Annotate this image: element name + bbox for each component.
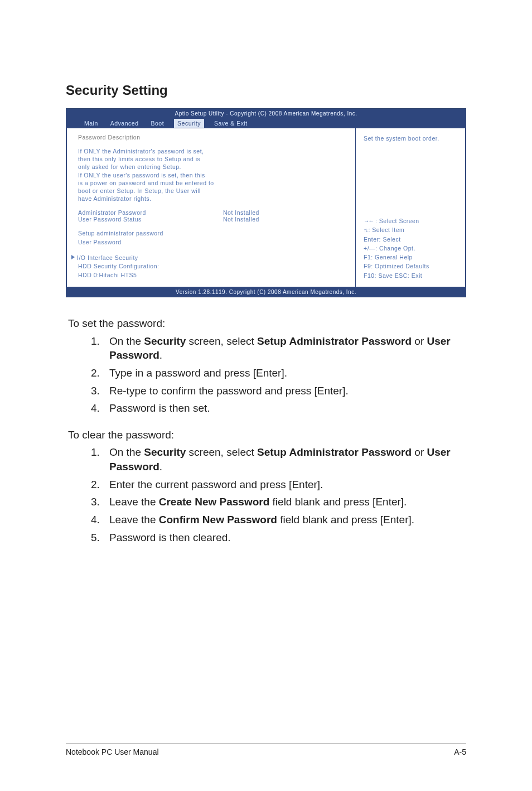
bios-tab-boot[interactable]: Boot xyxy=(148,119,166,128)
bios-description: If ONLY the Administrator's password is … xyxy=(78,147,347,202)
list-item: Leave the Create New Password field blan… xyxy=(103,495,466,509)
bios-desc-line: boot or enter Setup. In Setup, the User … xyxy=(78,187,347,195)
bios-key-help: : Select Screen: Select ItemEnter: Selec… xyxy=(364,216,460,280)
bios-tabs: MainAdvancedBootSecuritySave & Exit xyxy=(66,118,466,128)
bios-key-hint: F1: General Help xyxy=(364,253,460,262)
bios-heading: Password Description xyxy=(78,134,347,141)
bios-action-item[interactable]: User Password xyxy=(78,238,347,247)
bios-screenshot: Aptio Setup Utility - Copyright (C) 2008… xyxy=(66,108,466,297)
arrows-icon xyxy=(364,218,375,224)
bios-submenu-item: HDD Security Configuration: xyxy=(78,262,347,271)
bios-action-item[interactable]: Setup administrator password xyxy=(78,229,347,238)
updown-icon xyxy=(364,226,369,233)
bios-value: Not Installed xyxy=(223,209,259,216)
footer-right: A-5 xyxy=(454,747,466,756)
list-item: Enter the current password and press [En… xyxy=(103,478,466,492)
bios-key: Administrator Password xyxy=(78,209,223,216)
bios-key-hint: F9: Optimized Defaults xyxy=(364,262,460,271)
bios-right-pane: Set the system boot order. : Select Scre… xyxy=(355,128,466,287)
bios-footer: Version 1.28.1119. Copyright (C) 2008 Am… xyxy=(66,287,466,297)
set-password-lead: To set the password: xyxy=(68,316,466,331)
list-item: Password is then cleared. xyxy=(103,530,466,545)
footer-left: Notebook PC User Manual xyxy=(66,747,159,756)
bios-tab-advanced[interactable]: Advanced xyxy=(108,119,141,128)
bold-term: Create New Password xyxy=(159,496,270,508)
list-item: Leave the Confirm New Password field bla… xyxy=(103,513,466,527)
bios-key: User Password Status xyxy=(78,216,223,223)
bios-desc-line: have Administrator rights. xyxy=(78,195,347,202)
bios-submenu-item[interactable]: I/O Interface Security xyxy=(78,254,347,263)
document-body: To set the password: On the Security scr… xyxy=(66,316,466,544)
bios-hint: Set the system boot order. xyxy=(364,134,460,143)
list-item: On the Security screen, select Setup Adm… xyxy=(103,445,466,474)
list-item: Password is then set. xyxy=(103,401,466,416)
bold-term: Security xyxy=(144,446,186,458)
bios-desc-line: then this only limits access to Setup an… xyxy=(78,155,347,163)
bios-desc-line: only asked for when entering Setup. xyxy=(78,163,347,171)
bios-status-row: Administrator PasswordNot Installed xyxy=(78,209,347,216)
bios-key-hint: +/—: Change Opt. xyxy=(364,244,460,253)
bold-term: Confirm New Password xyxy=(159,514,277,525)
bios-key-hint: : Select Screen xyxy=(364,216,460,225)
bios-status-row: User Password StatusNot Installed xyxy=(78,216,347,223)
clear-password-steps: On the Security screen, select Setup Adm… xyxy=(66,445,466,544)
list-item: On the Security screen, select Setup Adm… xyxy=(103,334,466,363)
bios-key-hint: Enter: Select xyxy=(364,235,460,244)
bios-key-hint: : Select Item xyxy=(364,225,460,234)
bios-tab-security[interactable]: Security xyxy=(174,119,204,128)
bios-key-hint: F10: Save ESC: Exit xyxy=(364,271,460,280)
bios-tab-main[interactable]: Main xyxy=(82,119,100,128)
set-password-steps: On the Security screen, select Setup Adm… xyxy=(66,334,466,416)
bios-left-pane: Password Description If ONLY the Adminis… xyxy=(66,128,355,287)
bold-term: Setup Administrator Password xyxy=(257,335,412,347)
bios-desc-line: If ONLY the user's password is set, then… xyxy=(78,171,347,179)
section-title: Security Setting xyxy=(66,83,466,98)
bold-term: Security xyxy=(144,335,186,347)
bold-term: Setup Administrator Password xyxy=(257,446,412,458)
list-item: Re-type to confirm the password and pres… xyxy=(103,384,466,398)
bios-title: Aptio Setup Utility - Copyright (C) 2008… xyxy=(66,109,466,118)
bios-value: Not Installed xyxy=(223,216,259,223)
list-item: Type in a password and press [Enter]. xyxy=(103,366,466,380)
clear-password-lead: To clear the password: xyxy=(68,428,466,442)
bios-desc-line: is a power on password and must be enter… xyxy=(78,179,347,187)
bios-submenu-item: HDD 0:Hitachi HTS5 xyxy=(78,271,347,280)
page-footer: Notebook PC User Manual A-5 xyxy=(66,744,466,756)
bios-desc-line: If ONLY the Administrator's password is … xyxy=(78,147,347,155)
bios-tab-save-exit[interactable]: Save & Exit xyxy=(212,119,250,128)
